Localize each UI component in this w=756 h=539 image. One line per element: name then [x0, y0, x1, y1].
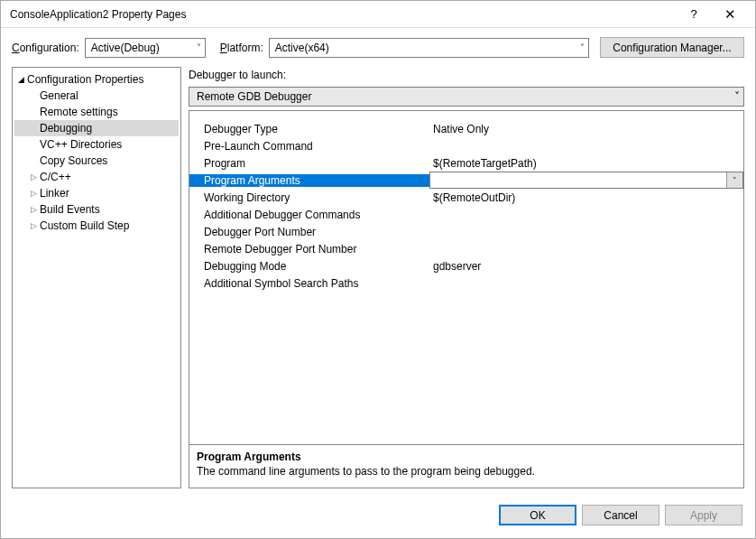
property-label: Additional Symbol Search Paths	[189, 277, 429, 290]
property-label: Working Directory	[189, 191, 429, 204]
property-label: Additional Debugger Commands	[189, 209, 429, 221]
chevron-right-icon[interactable]: ▷	[27, 172, 40, 181]
property-row[interactable]: Working Directory$(RemoteOutDir)	[189, 189, 743, 206]
tree-item[interactable]: Debugging	[14, 120, 179, 136]
property-grid: Debugger TypeNative OnlyPre-Launch Comma…	[189, 110, 744, 488]
tree-item-label: Remote settings	[40, 106, 118, 118]
platform-label: Platform:	[220, 42, 263, 54]
property-label: Pre-Launch Command	[189, 140, 429, 153]
description-text: The command line arguments to pass to th…	[197, 465, 736, 478]
property-row[interactable]: Additional Symbol Search Paths	[189, 274, 743, 292]
configuration-value: Active(Debug)	[91, 42, 160, 54]
chevron-down-icon: ˅	[734, 90, 740, 103]
tree-item[interactable]: ▷Build Events	[14, 201, 179, 218]
configuration-label: Configuration:	[12, 42, 79, 54]
property-value[interactable]: gdbserver	[429, 260, 743, 273]
property-value[interactable]: Native Only	[429, 123, 743, 135]
platform-value: Active(x64)	[275, 42, 329, 54]
configuration-manager-button[interactable]: Configuration Manager...	[600, 37, 744, 58]
property-row[interactable]: Debugger Port Number	[189, 223, 743, 240]
property-label: Remote Debugger Port Number	[189, 243, 429, 256]
tree-item[interactable]: ▷Custom Build Step	[14, 218, 179, 234]
debugger-launch-combo[interactable]: Remote GDB Debugger ˅	[189, 87, 744, 107]
chevron-right-icon[interactable]: ▷	[27, 205, 40, 214]
tree-item[interactable]: ▷C/C++	[14, 169, 179, 185]
tree-item[interactable]: General	[14, 88, 179, 104]
tree-item-label: Linker	[40, 187, 69, 200]
help-button[interactable]: ?	[676, 2, 712, 27]
titlebar: ConsoleApplication2 Property Pages ? ✕	[1, 1, 755, 28]
property-label: Program	[189, 157, 429, 170]
tree-item[interactable]: VC++ Directories	[14, 136, 179, 153]
property-label: Debugging Mode	[189, 260, 429, 273]
property-grid-rows: Debugger TypeNative OnlyPre-Launch Comma…	[189, 111, 743, 444]
ok-button[interactable]: OK	[499, 505, 576, 525]
property-row[interactable]: Pre-Launch Command	[189, 137, 743, 154]
property-label: Debugger Type	[189, 123, 429, 135]
tree-root[interactable]: ◢ Configuration Properties	[14, 71, 179, 88]
close-button[interactable]: ✕	[712, 2, 748, 27]
property-label: Program Arguments	[189, 174, 429, 187]
apply-button[interactable]: Apply	[665, 505, 742, 525]
config-row: Configuration: Active(Debug) ˅ Platform:…	[1, 28, 755, 67]
window-title: ConsoleApplication2 Property Pages	[10, 8, 676, 21]
property-value[interactable]: ˅	[429, 172, 743, 189]
tree-root-label: Configuration Properties	[27, 73, 143, 86]
tree-item-label: Custom Build Step	[40, 219, 129, 232]
tree-item-label: Build Events	[40, 203, 100, 216]
tree-item[interactable]: Remote settings	[14, 104, 179, 120]
property-row[interactable]: Debugging Modegdbserver	[189, 257, 743, 274]
tree-item[interactable]: ▷Linker	[14, 185, 179, 201]
chevron-down-icon[interactable]: ˅	[726, 172, 742, 188]
chevron-right-icon[interactable]: ▷	[27, 189, 40, 198]
cancel-button[interactable]: Cancel	[582, 505, 659, 525]
platform-combo[interactable]: Active(x64) ˅	[269, 38, 589, 58]
chevron-down-icon[interactable]: ◢	[14, 75, 27, 84]
description-panel: Program Arguments The command line argum…	[189, 444, 743, 488]
nav-tree[interactable]: ◢ Configuration Properties GeneralRemote…	[12, 67, 181, 488]
property-row[interactable]: Debugger TypeNative Only	[189, 120, 743, 137]
debugger-launch-label: Debugger to launch:	[189, 67, 744, 83]
chevron-down-icon: ˅	[197, 42, 201, 52]
property-row[interactable]: Remote Debugger Port Number	[189, 240, 743, 257]
property-value[interactable]: $(RemoteTargetPath)	[429, 157, 743, 170]
tree-item-label: Debugging	[40, 122, 92, 135]
property-row[interactable]: Additional Debugger Commands	[189, 206, 743, 223]
chevron-down-icon: ˅	[580, 42, 585, 52]
property-row[interactable]: Program$(RemoteTargetPath)	[189, 154, 743, 172]
chevron-right-icon[interactable]: ▷	[27, 221, 40, 230]
dialog-buttons: OK Cancel Apply	[1, 496, 755, 538]
debugger-launch-value: Remote GDB Debugger	[197, 90, 311, 103]
tree-item-label: VC++ Directories	[40, 138, 122, 151]
property-label: Debugger Port Number	[189, 226, 429, 238]
description-title: Program Arguments	[197, 451, 736, 463]
property-row[interactable]: Program Arguments˅	[189, 172, 743, 189]
configuration-combo[interactable]: Active(Debug) ˅	[85, 38, 206, 58]
property-value[interactable]: $(RemoteOutDir)	[429, 191, 743, 204]
tree-item-label: General	[40, 89, 78, 102]
tree-item-label: C/C++	[40, 171, 71, 183]
tree-item[interactable]: Copy Sources	[14, 153, 179, 169]
tree-item-label: Copy Sources	[40, 154, 107, 167]
